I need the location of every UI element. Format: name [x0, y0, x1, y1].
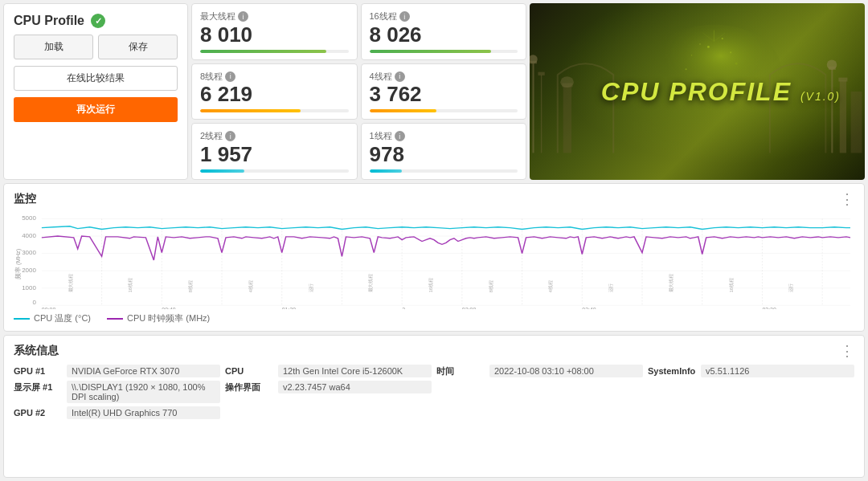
sysinfo-col4: SystemInfo v5.51.1126 — [648, 365, 854, 419]
score-value-5: 978 — [370, 143, 518, 166]
sysinfo-sysinfo-row: SystemInfo v5.51.1126 — [648, 365, 854, 377]
sysinfo-gpu1-row: GPU #1 NVIDIA GeForce RTX 3070 — [14, 365, 220, 377]
score-bar-fill-0 — [200, 50, 326, 53]
info-icon-0[interactable]: i — [238, 11, 248, 22]
load-save-row: 加载 保存 — [14, 35, 178, 59]
score-label-5: 1线程 i — [370, 130, 518, 142]
svg-point-5 — [722, 38, 723, 39]
cpu-key: CPU — [225, 366, 273, 376]
svg-text:8线程: 8线程 — [188, 281, 193, 293]
score-bar-3 — [370, 109, 518, 112]
sysinfo-key: SystemInfo — [648, 366, 696, 376]
score-card-0: 最大线程 i 8 010 — [191, 3, 358, 60]
cpu-value: 12th Gen Intel Core i5-12600K — [278, 365, 432, 377]
compare-button[interactable]: 在线比较结果 — [14, 66, 178, 91]
time-key: 时间 — [436, 365, 485, 377]
svg-text:2000: 2000 — [22, 267, 36, 274]
check-icon: ✓ — [91, 14, 105, 28]
ui-value: v2.23.7457 wa64 — [278, 381, 432, 393]
svg-point-8 — [691, 55, 692, 55]
score-card-4: 2线程 i 1 957 — [191, 123, 358, 180]
svg-text:2 →: 2 → — [402, 307, 412, 309]
score-value-1: 8 026 — [370, 23, 518, 47]
sysinfo-header: 系统信息 ⋮ — [14, 342, 854, 360]
legend-clock: CPU 时钟频率 (MHz) — [107, 312, 210, 324]
monitor-title: 监控 — [14, 192, 36, 206]
sysinfo-cpu-row: CPU 12th Gen Intel Core i5-12600K — [225, 365, 432, 377]
banner-text: CPU PROFILE (V1.0) — [530, 77, 865, 107]
svg-text:8线程: 8线程 — [489, 281, 493, 293]
info-icon-4[interactable]: i — [225, 131, 235, 141]
svg-text:4线程: 4线程 — [548, 281, 553, 293]
score-label-4: 2线程 i — [200, 130, 349, 142]
svg-text:4000: 4000 — [22, 232, 36, 239]
svg-text:运行: 运行 — [788, 283, 793, 293]
score-value-3: 3 762 — [370, 83, 518, 106]
legend-temp: CPU 温度 (°C) — [14, 312, 91, 324]
svg-text:00:40: 00:40 — [162, 307, 176, 309]
info-icon-5[interactable]: i — [395, 131, 405, 141]
svg-text:频率 (MHz): 频率 (MHz) — [14, 248, 22, 279]
sysinfo-col2: CPU 12th Gen Intel Core i5-12600K 操作界面 v… — [225, 365, 432, 419]
score-label-2: 8线程 i — [200, 71, 349, 83]
sysinfo-gpu2-row: GPU #2 Intel(R) UHD Graphics 770 — [14, 406, 220, 419]
gpu2-key: GPU #2 — [14, 408, 62, 418]
run-button[interactable]: 再次运行 — [14, 97, 178, 122]
clock-label: CPU 时钟频率 (MHz) — [127, 312, 210, 324]
score-bar-fill-3 — [370, 109, 436, 112]
monitor-menu-icon[interactable]: ⋮ — [840, 190, 854, 208]
gpu1-value: NVIDIA GeForce RTX 3070 — [67, 365, 220, 377]
score-card-5: 1线程 i 978 — [361, 123, 527, 180]
sysinfo-section: 系统信息 ⋮ GPU #1 NVIDIA GeForce RTX 3070 显示… — [3, 335, 865, 478]
gpu2-value: Intel(R) UHD Graphics 770 — [67, 406, 220, 419]
sysinfo-display1-row: 显示屏 #1 \\.\DISPLAY1 (1920 × 1080, 100% D… — [14, 381, 220, 403]
svg-text:0: 0 — [32, 300, 35, 307]
sysinfo-menu-icon[interactable]: ⋮ — [840, 342, 854, 360]
svg-text:02:40: 02:40 — [582, 307, 596, 309]
chart-area: 5000 4000 3000 2000 1000 0 频率 (MHz) — [14, 211, 854, 309]
score-card-3: 4线程 i 3 762 — [361, 63, 527, 120]
display1-key: 显示屏 #1 — [14, 381, 62, 393]
sysinfo-ui-row: 操作界面 v2.23.7457 wa64 — [225, 381, 432, 393]
info-icon-2[interactable]: i — [225, 71, 235, 82]
load-button[interactable]: 加载 — [14, 35, 93, 59]
score-label-0: 最大线程 i — [200, 10, 349, 22]
score-grid: 最大线程 i 8 010 16线程 i 8 026 8线程 i 6 219 — [191, 3, 526, 180]
ui-key: 操作界面 — [225, 381, 273, 393]
svg-text:最大线程: 最大线程 — [68, 274, 73, 292]
save-button[interactable]: 保存 — [98, 35, 178, 59]
svg-text:02:00: 02:00 — [462, 307, 477, 309]
score-bar-fill-4 — [200, 169, 244, 173]
sysinfo-col3: 时间 2022-10-08 03:10 +08:00 — [436, 365, 643, 419]
score-card-2: 8线程 i 6 219 — [191, 63, 358, 120]
svg-text:1000: 1000 — [22, 284, 36, 291]
svg-text:最大线程: 最大线程 — [368, 274, 373, 292]
temp-line-icon — [14, 318, 30, 320]
info-icon-3[interactable]: i — [395, 71, 405, 82]
temp-label: CPU 温度 (°C) — [34, 312, 91, 324]
chart-legend: CPU 温度 (°C) CPU 时钟频率 (MHz) — [14, 312, 854, 324]
time-value: 2022-10-08 03:10 +08:00 — [489, 365, 643, 377]
svg-point-10 — [686, 68, 687, 70]
svg-text:16线程: 16线程 — [728, 278, 733, 292]
monitor-header: 监控 ⋮ — [14, 190, 854, 208]
info-icon-1[interactable]: i — [399, 11, 410, 22]
score-bar-fill-5 — [370, 169, 403, 173]
svg-text:01:20: 01:20 — [282, 307, 297, 309]
score-value-0: 8 010 — [200, 23, 349, 47]
score-card-1: 16线程 i 8 026 — [361, 3, 527, 60]
svg-point-9 — [735, 63, 738, 65]
score-bar-5 — [370, 169, 518, 173]
svg-point-7 — [730, 51, 731, 53]
display1-value: \\.\DISPLAY1 (1920 × 1080, 100% DPI scal… — [67, 381, 220, 403]
score-value-4: 1 957 — [200, 143, 349, 166]
score-label-1: 16线程 i — [370, 10, 518, 22]
score-bar-fill-1 — [370, 50, 491, 53]
score-bar-fill-2 — [200, 109, 301, 112]
sysinfo-grid: GPU #1 NVIDIA GeForce RTX 3070 显示屏 #1 \\… — [14, 365, 854, 419]
svg-text:运行: 运行 — [308, 283, 313, 293]
gpu1-key: GPU #1 — [14, 366, 62, 376]
score-bar-4 — [200, 169, 349, 173]
svg-rect-15 — [538, 72, 544, 75]
svg-point-6 — [699, 43, 700, 44]
